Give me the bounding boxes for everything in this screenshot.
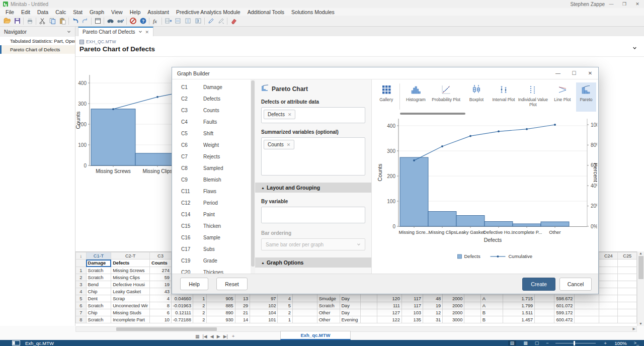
worksheet-cell[interactable]	[292, 295, 317, 302]
worksheet-cell[interactable]: 43	[150, 288, 172, 295]
worksheet-cell[interactable]: 885	[207, 302, 235, 309]
worksheet-cell[interactable]: 601.072	[554, 302, 575, 309]
remove-chip-icon[interactable]: ✕	[288, 112, 292, 117]
worksheet-cell[interactable]: Missing Studs	[111, 309, 150, 316]
minimize-window-button[interactable]: —	[605, 2, 618, 7]
restore-window-button[interactable]: ❐	[618, 2, 631, 7]
worksheet-cell[interactable]	[618, 316, 637, 323]
worksheet-cell[interactable]: 598.672	[554, 295, 575, 302]
chevron-down-icon[interactable]	[138, 29, 142, 35]
column-item-c15[interactable]: C15Thicken	[172, 220, 251, 232]
worksheet-cell[interactable]: Dent	[86, 295, 111, 302]
worksheet-cell[interactable]: 19	[150, 281, 172, 288]
new-worksheet-icon[interactable]	[93, 17, 103, 26]
scroll-up-icon[interactable]: ▲	[639, 251, 642, 255]
cancel-button[interactable]: Cancel	[559, 278, 592, 291]
worksheet-cell[interactable]: 274	[150, 267, 172, 274]
move-columns-icon[interactable]	[193, 17, 203, 26]
worksheet-cell[interactable]	[464, 302, 481, 309]
dialog-close-button[interactable]: ✕	[582, 70, 598, 76]
worksheet-cell[interactable]: Evening	[340, 316, 361, 323]
worksheet-cell[interactable]	[575, 316, 599, 323]
column-item-c14[interactable]: C14Paint	[172, 209, 251, 220]
column-item-c7[interactable]: C7Rejects	[172, 151, 251, 162]
worksheet-cell[interactable]: 2	[193, 316, 207, 323]
worksheet-cell[interactable]	[618, 274, 637, 281]
row-number[interactable]: 1	[76, 267, 87, 274]
column-header-C3[interactable]: C3	[150, 252, 172, 260]
worksheet-cell[interactable]	[464, 295, 481, 302]
worksheet-cell[interactable]	[292, 309, 317, 316]
menu-file[interactable]: File	[2, 9, 18, 15]
navigator-item-tabulated-statistics-part-operator[interactable]: Tabulated Statistics: Part, Operator	[0, 37, 75, 45]
gallery-item-pareto[interactable]: Pareto	[576, 82, 596, 112]
worksheet-cell[interactable]: 117	[401, 295, 423, 302]
worksheet-cell[interactable]: 135	[401, 316, 423, 323]
column-item-c12[interactable]: C12Period	[172, 197, 251, 209]
worksheet-cell[interactable]: Day	[340, 295, 361, 302]
worksheet-cell[interactable]: A	[480, 295, 503, 302]
defects-field[interactable]: Defects ✕	[261, 107, 365, 123]
column-item-c4[interactable]: C4Faults	[172, 116, 251, 128]
worksheet-cell[interactable]	[599, 309, 618, 316]
row-number[interactable]: 4	[76, 288, 87, 295]
add-worksheet-icon[interactable]: ＋	[231, 333, 235, 339]
menu-edit[interactable]: Edit	[18, 9, 34, 15]
worksheet-cell[interactable]: Unconnected Wir	[111, 302, 150, 309]
close-icon[interactable]: ✕	[145, 30, 149, 35]
worksheet-cell[interactable]: 599.172	[554, 309, 575, 316]
column-header-C25[interactable]: C25	[618, 252, 637, 260]
worksheet-cell[interactable]: A	[480, 302, 503, 309]
column-item-c2[interactable]: C2Defects	[172, 93, 251, 105]
zoom-slider-knob[interactable]	[574, 341, 575, 345]
scroll-down-icon[interactable]: ▼	[639, 322, 642, 325]
defects-chip[interactable]: Defects ✕	[264, 110, 295, 119]
menu-help[interactable]: Help	[126, 9, 144, 15]
graph-view-icon[interactable]: ▢	[535, 340, 539, 345]
menu-data[interactable]: Data	[34, 9, 52, 15]
worksheet-cell[interactable]	[618, 267, 637, 274]
gallery-item-gallery[interactable]: Gallery	[375, 82, 397, 112]
gallery-item-interval-plot[interactable]: Interval Plot	[490, 82, 517, 112]
worksheet-cell[interactable]	[361, 295, 377, 302]
worksheet-cell[interactable]	[618, 309, 637, 316]
reset-button[interactable]: Reset	[216, 278, 248, 290]
navigator-item-pareto-chart-of-defects[interactable]: Pareto Chart of Defects	[0, 45, 75, 54]
last-worksheet-icon[interactable]: ▶|	[223, 334, 228, 339]
worksheet-cell[interactable]: 104	[250, 309, 278, 316]
worksheet-cell[interactable]	[599, 267, 618, 274]
insert-columns-icon[interactable]	[183, 17, 193, 26]
worksheet-cell[interactable]: 1	[193, 295, 207, 302]
worksheet-cell[interactable]	[535, 302, 554, 309]
help-icon[interactable]: ?	[138, 17, 148, 26]
stop-icon[interactable]	[128, 17, 138, 26]
column-item-c5[interactable]: C5Shift	[172, 128, 251, 139]
print-icon[interactable]	[25, 17, 35, 26]
worksheet-cell[interactable]: Other	[317, 316, 340, 323]
column-item-c20[interactable]: C20Thicknes	[172, 267, 251, 274]
open-icon[interactable]	[2, 17, 12, 26]
worksheet-cell[interactable]: 97	[250, 295, 278, 302]
worksheet-cell[interactable]: 31	[423, 316, 442, 323]
menu-solutions-modules[interactable]: Solutions Modules	[288, 9, 338, 15]
column-item-c3[interactable]: C3Counts	[172, 105, 251, 116]
worksheet-cell[interactable]: Day	[340, 309, 361, 316]
worksheet-cell[interactable]: 0.04660	[171, 295, 193, 302]
menu-assistant[interactable]: Assistant	[144, 9, 173, 15]
worksheet-cell[interactable]	[618, 295, 637, 302]
output-tab[interactable]: Pareto Chart of Defects ✕	[78, 27, 153, 36]
worksheet-cell[interactable]	[599, 281, 618, 288]
worksheet-cell[interactable]: 19	[423, 302, 442, 309]
worksheet-view-icon[interactable]: ▦	[523, 340, 528, 345]
worksheet-cell[interactable]: 1.799	[503, 302, 534, 309]
worksheet-cell[interactable]: 48	[423, 295, 442, 302]
column-header-C2-T[interactable]: C2-T	[111, 252, 150, 260]
worksheet-cell[interactable]: 2000	[443, 302, 464, 309]
worksheet-cell[interactable]: 2	[193, 302, 207, 309]
bar-ordering-dropdown[interactable]: Same bar order per graph	[261, 238, 365, 250]
worksheet-cell[interactable]: 8	[150, 302, 172, 309]
menu-stat[interactable]: Stat	[69, 9, 86, 15]
worksheet-cell[interactable]: Chip	[86, 309, 111, 316]
column-header-C1-T[interactable]: C1-T	[86, 252, 111, 260]
worksheet-cell[interactable]: B	[480, 309, 503, 316]
